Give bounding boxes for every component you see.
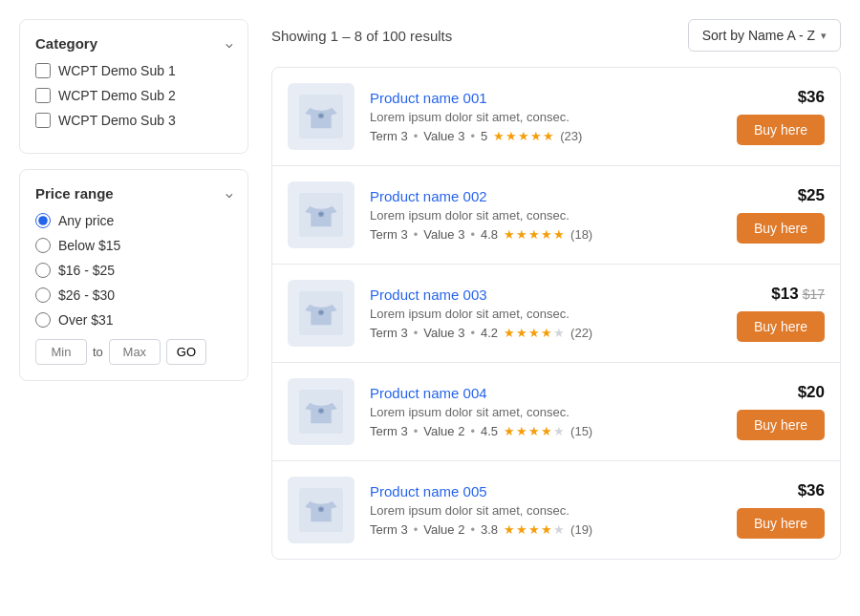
star-full: ★ — [516, 326, 527, 340]
price-go-button[interactable]: GO — [166, 339, 206, 365]
category-item: WCPT Demo Sub 3 — [35, 113, 232, 128]
product-price: $36 — [798, 481, 825, 500]
price-option: $16 - $25 — [35, 263, 232, 278]
star-full: ★ — [493, 129, 505, 143]
product-image — [288, 378, 355, 445]
product-image — [288, 83, 355, 150]
star-empty: ★ — [553, 424, 565, 438]
star-full: ★ — [528, 424, 540, 438]
star-full: ★ — [504, 522, 515, 537]
category-checkbox-sub1[interactable] — [35, 63, 51, 78]
price-radio-below15[interactable] — [35, 238, 51, 253]
review-count: (15) — [570, 424, 592, 438]
product-pricing: $36 Buy here — [729, 481, 825, 539]
category-item: WCPT Demo Sub 1 — [35, 63, 232, 78]
buy-button[interactable]: Buy here — [737, 213, 825, 244]
product-term: Term 3 — [370, 522, 408, 537]
dot-separator: • — [470, 227, 475, 242]
star-rating: ★★★★★ — [504, 326, 565, 340]
category-filter-header[interactable]: Category ⌵ — [35, 35, 232, 52]
product-meta: Term 3 • Value 3 • 4.2 ★★★★★ (22) — [370, 326, 714, 340]
star-full: ★ — [504, 227, 515, 242]
review-count: (19) — [570, 522, 592, 537]
product-pricing: $13$17 Buy here — [729, 285, 825, 342]
product-info: Product name 002 Lorem ipsum dolor sit a… — [370, 188, 714, 242]
product-name[interactable]: Product name 005 — [370, 483, 714, 499]
dot-separator: • — [470, 326, 475, 340]
product-name[interactable]: Product name 002 — [370, 188, 714, 204]
price-radio-26to30[interactable] — [35, 287, 51, 303]
buy-button[interactable]: Buy here — [737, 410, 825, 440]
star-rating: ★★★★★ — [493, 129, 554, 143]
star-full: ★ — [516, 227, 527, 242]
product-rating-number: 5 — [481, 129, 487, 143]
main-content: Showing 1 – 8 of 100 results Sort by Nam… — [271, 19, 841, 560]
product-description: Lorem ipsum dolor sit amet, consec. — [370, 307, 714, 321]
product-pricing: $36 Buy here — [729, 88, 825, 145]
product-rating-number: 4.2 — [481, 326, 498, 340]
price-label-over31[interactable]: Over $31 — [58, 312, 114, 328]
review-count: (23) — [560, 129, 582, 143]
product-row: Product name 005 Lorem ipsum dolor sit a… — [272, 461, 840, 559]
product-name[interactable]: Product name 004 — [370, 385, 714, 401]
buy-button[interactable]: Buy here — [737, 508, 825, 539]
star-full: ★ — [528, 522, 540, 537]
category-checkbox-sub2[interactable] — [35, 88, 51, 103]
product-name[interactable]: Product name 003 — [370, 287, 714, 303]
star-full: ★ — [516, 424, 527, 438]
star-full: ★ — [541, 522, 552, 537]
star-full: ★ — [504, 424, 515, 438]
product-term: Term 3 — [370, 227, 408, 242]
product-row: Product name 001 Lorem ipsum dolor sit a… — [272, 68, 840, 166]
product-term: Term 3 — [370, 424, 408, 438]
price-radio-any[interactable] — [35, 213, 51, 228]
product-rating-number: 4.5 — [481, 424, 498, 438]
product-info: Product name 001 Lorem ipsum dolor sit a… — [370, 90, 714, 143]
product-info: Product name 003 Lorem ipsum dolor sit a… — [370, 287, 714, 340]
star-full: ★ — [530, 129, 542, 143]
category-chevron-icon: ⌵ — [226, 37, 232, 51]
star-full: ★ — [541, 424, 552, 438]
price-option: Below $15 — [35, 238, 232, 253]
category-filter: Category ⌵ WCPT Demo Sub 1 WCPT Demo Sub… — [19, 19, 248, 154]
product-term: Term 3 — [370, 129, 408, 143]
price-range-inputs: to GO — [35, 339, 232, 365]
product-row: Product name 003 Lorem ipsum dolor sit a… — [272, 265, 840, 363]
product-pricing: $20 Buy here — [729, 383, 825, 440]
results-count: Showing 1 – 8 of 100 results — [271, 28, 452, 44]
price-label-below15[interactable]: Below $15 — [58, 238, 120, 253]
price-max-input[interactable] — [109, 339, 161, 365]
dot-separator: • — [414, 522, 419, 537]
buy-button[interactable]: Buy here — [737, 115, 825, 145]
dot-separator: • — [414, 129, 419, 143]
category-checkbox-sub3[interactable] — [35, 113, 51, 128]
price-label-26to30[interactable]: $26 - $30 — [58, 287, 115, 303]
price-label-16to25[interactable]: $16 - $25 — [58, 263, 115, 278]
category-label-sub3[interactable]: WCPT Demo Sub 3 — [58, 113, 176, 128]
star-full: ★ — [516, 522, 527, 537]
product-meta: Term 3 • Value 2 • 4.5 ★★★★★ (15) — [370, 424, 714, 438]
price-range-filter-header[interactable]: Price range ⌵ — [35, 185, 232, 202]
dot-separator: • — [470, 129, 475, 143]
product-row: Product name 004 Lorem ipsum dolor sit a… — [272, 363, 840, 461]
sort-dropdown[interactable]: Sort by Name A - Z ▾ — [688, 19, 841, 52]
buy-button[interactable]: Buy here — [737, 311, 825, 342]
dot-separator: • — [470, 424, 475, 438]
category-label-sub1[interactable]: WCPT Demo Sub 1 — [58, 63, 176, 78]
sort-chevron-icon: ▾ — [821, 30, 827, 42]
product-value: Value 2 — [423, 522, 464, 537]
product-list: Product name 001 Lorem ipsum dolor sit a… — [271, 67, 841, 560]
star-rating: ★★★★★ — [504, 522, 565, 537]
product-row: Product name 002 Lorem ipsum dolor sit a… — [272, 166, 840, 265]
price-radio-over31[interactable] — [35, 312, 51, 328]
product-price: $20 — [798, 383, 825, 402]
price-min-input[interactable] — [35, 339, 87, 365]
price-radio-16to25[interactable] — [35, 263, 51, 278]
product-image — [288, 477, 355, 543]
dot-separator: • — [414, 227, 419, 242]
price-label-any[interactable]: Any price — [58, 213, 114, 228]
category-label-sub2[interactable]: WCPT Demo Sub 2 — [58, 88, 176, 103]
star-full: ★ — [505, 129, 517, 143]
star-empty: ★ — [553, 522, 565, 537]
product-name[interactable]: Product name 001 — [370, 90, 714, 106]
